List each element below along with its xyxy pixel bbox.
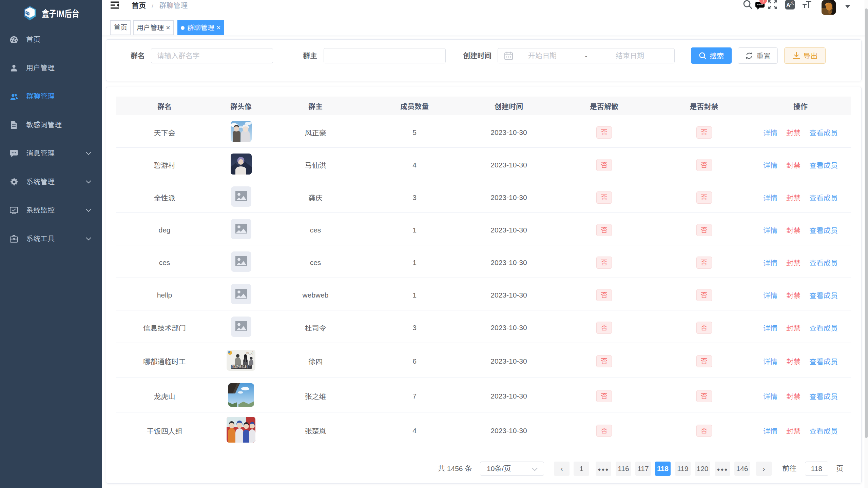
svg-text:哪都通临时工: 哪都通临时工 [231,364,252,369]
svg-text:(0_0): (0_0) [246,351,253,354]
svg-text:文: 文 [790,1,794,5]
svg-text:1: 1 [762,0,765,3]
